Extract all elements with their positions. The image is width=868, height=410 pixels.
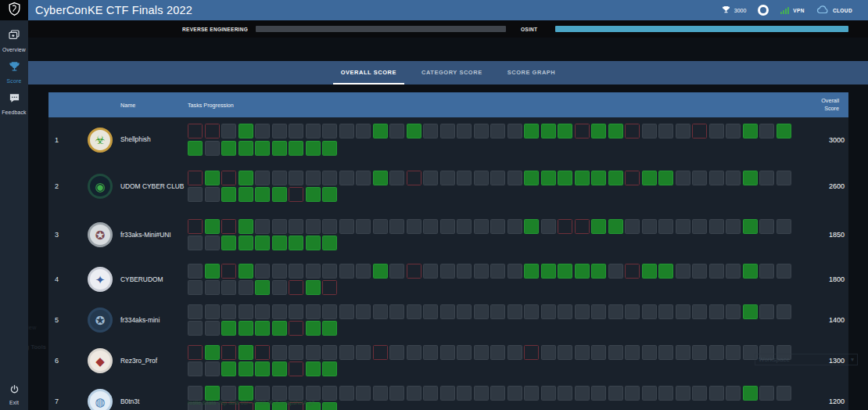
task-cell-solved xyxy=(239,361,253,376)
task-cell-failed xyxy=(575,124,590,138)
task-cell-unsolved xyxy=(306,386,321,401)
task-cell-unsolved xyxy=(508,264,522,279)
tab-score-graph[interactable]: SCORE GRAPH xyxy=(500,61,564,85)
points-value: 3000 xyxy=(734,8,747,13)
cloud-status-button[interactable]: CLOUD xyxy=(816,3,852,17)
task-cell-unsolved xyxy=(508,386,522,401)
task-cell-unsolved xyxy=(474,124,489,138)
task-cell-unsolved xyxy=(777,386,791,401)
task-cell-solved xyxy=(272,236,287,250)
task-cell-unsolved xyxy=(692,345,707,360)
team-rank: 4 xyxy=(48,275,80,283)
table-row[interactable]: 4 ✦ CYBERUDOM 1800 xyxy=(48,259,848,300)
task-cell-unsolved xyxy=(407,304,421,319)
task-cell-failed xyxy=(407,264,421,279)
tab-overall-score[interactable]: OVERALL SCORE xyxy=(333,61,404,85)
tasks-grid xyxy=(188,219,791,251)
table-row[interactable]: 7 ◍ B0tn3t 1200 xyxy=(48,381,848,410)
task-cell-failed xyxy=(407,171,421,185)
team-name: fr33aks-Mini#UNI xyxy=(120,230,188,240)
task-cell-unsolved xyxy=(440,124,455,138)
task-cell-solved xyxy=(322,361,337,376)
task-cell-solved xyxy=(322,402,337,410)
task-cell-unsolved xyxy=(356,124,371,138)
task-cell-unsolved xyxy=(423,386,438,401)
team-rank: 3 xyxy=(48,231,80,239)
vpn-status-button[interactable]: VPN xyxy=(780,7,805,14)
task-cell-unsolved xyxy=(490,219,505,234)
task-cell-unsolved xyxy=(205,236,220,250)
task-cell-failed xyxy=(289,280,303,295)
task-cell-unsolved xyxy=(407,386,421,401)
task-cell-solved xyxy=(239,321,253,336)
table-row[interactable]: 2 ◉ UDOM CYBER CLUB 2600 xyxy=(48,162,848,210)
task-cell-unsolved xyxy=(726,386,741,401)
team-score: 1400 xyxy=(791,316,848,324)
task-cell-solved xyxy=(743,219,758,234)
task-cell-solved xyxy=(272,141,287,156)
task-cell-unsolved xyxy=(322,345,337,360)
category-label-osint: OSINT xyxy=(521,27,537,32)
task-cell-solved xyxy=(239,264,253,279)
tab-category-score[interactable]: CATEGORY SCORE xyxy=(414,61,490,85)
task-cell-unsolved xyxy=(508,124,522,138)
task-cell-solved xyxy=(743,386,758,401)
task-cell-unsolved xyxy=(676,304,690,319)
task-cell-unsolved xyxy=(575,304,590,319)
task-cell-unsolved xyxy=(339,386,354,401)
table-row[interactable]: 5 ✪ fr334aks-mini 1400 xyxy=(48,300,848,340)
table-row[interactable]: 1 ☣ Shellphish 3000 xyxy=(48,117,848,162)
task-cell-unsolved xyxy=(642,345,657,360)
task-cell-solved xyxy=(608,124,623,138)
task-cell-unsolved xyxy=(591,345,606,360)
task-cell-solved xyxy=(524,219,539,234)
sidebar: Overview Score Feedback Exit xyxy=(0,20,28,410)
task-cell-failed xyxy=(188,171,203,185)
task-cell-unsolved xyxy=(457,264,472,279)
table-row[interactable]: 6 ◆ Rez3ro_Prof 1300 xyxy=(48,340,848,381)
task-cell-solved xyxy=(743,264,758,279)
task-cell-unsolved xyxy=(306,304,321,319)
task-cell-unsolved xyxy=(205,141,220,156)
task-cell-unsolved xyxy=(356,304,371,319)
task-cell-unsolved xyxy=(205,187,220,202)
task-cell-unsolved xyxy=(306,345,321,360)
task-cell-unsolved xyxy=(272,386,287,401)
table-row[interactable]: 3 ✪ fr33aks-Mini#UNI 1850 xyxy=(48,210,848,259)
task-cell-solved xyxy=(373,171,388,185)
feedback-bubble-icon xyxy=(9,92,20,107)
team-avatar-symbol: ◉ xyxy=(95,181,105,192)
task-cell-solved xyxy=(272,361,287,376)
task-cell-solved xyxy=(255,361,270,376)
task-cell-solved xyxy=(658,264,673,279)
task-cell-unsolved xyxy=(490,124,505,138)
task-cell-unsolved xyxy=(490,304,505,319)
task-cell-unsolved xyxy=(373,386,388,401)
task-cell-unsolved xyxy=(322,264,337,279)
task-cell-solved xyxy=(658,171,673,185)
task-cell-unsolved xyxy=(490,264,505,279)
sidebar-item-score[interactable]: Score xyxy=(0,61,28,84)
task-cell-unsolved xyxy=(474,386,489,401)
task-cell-solved xyxy=(221,236,236,250)
column-header-name: Name xyxy=(120,102,188,109)
sidebar-item-feedback[interactable]: Feedback xyxy=(0,92,28,115)
sidebar-item-overview[interactable]: Overview xyxy=(0,29,28,52)
task-cell-solved xyxy=(221,321,236,336)
task-cell-unsolved xyxy=(676,219,690,234)
signal-bars-icon xyxy=(780,7,789,14)
task-cell-unsolved xyxy=(709,304,724,319)
task-cell-solved xyxy=(255,141,270,156)
task-cell-solved xyxy=(239,187,253,202)
sidebar-item-label: Overview xyxy=(2,47,26,52)
task-cell-solved xyxy=(591,264,606,279)
task-cell-unsolved xyxy=(709,124,724,138)
task-cell-solved xyxy=(272,321,287,336)
task-cell-unsolved xyxy=(508,171,522,185)
score-table-header: Name Tasks Progression Overall Score xyxy=(48,92,848,117)
task-cell-solved xyxy=(239,141,253,156)
task-cell-unsolved xyxy=(389,304,404,319)
app-logo[interactable] xyxy=(0,0,28,20)
avatar-ring-icon[interactable] xyxy=(758,5,769,16)
sidebar-item-exit[interactable]: Exit xyxy=(0,383,28,405)
